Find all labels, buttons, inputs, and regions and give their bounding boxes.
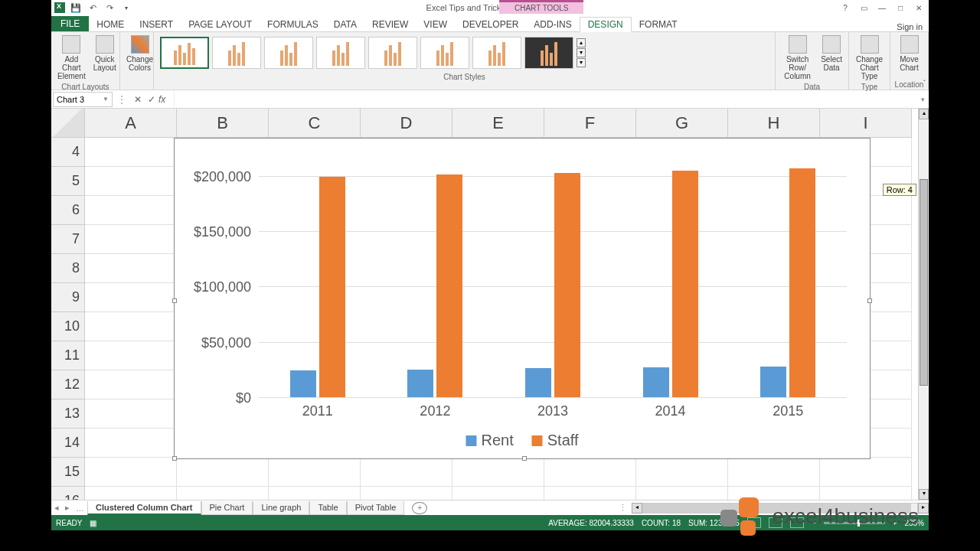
cell[interactable]: [177, 458, 269, 487]
chart-style-8[interactable]: [524, 37, 573, 69]
cell[interactable]: [820, 458, 912, 487]
row-header[interactable]: 13: [51, 399, 85, 429]
row-header[interactable]: 6: [51, 196, 85, 225]
vertical-scrollbar[interactable]: ▴ ▾: [918, 109, 929, 500]
chart-style-1[interactable]: [160, 37, 209, 69]
bar-group[interactable]: 2013: [525, 154, 580, 397]
move-chart-button[interactable]: Move Chart: [893, 34, 925, 80]
bar-group[interactable]: 2012: [407, 154, 462, 397]
styles-scroll-up[interactable]: ▴: [577, 38, 586, 47]
cell[interactable]: [85, 254, 177, 283]
minimize-icon[interactable]: —: [875, 2, 889, 14]
bar-rent[interactable]: [525, 368, 551, 397]
cell[interactable]: [728, 458, 820, 487]
bar-rent[interactable]: [760, 367, 786, 397]
row-header[interactable]: 16: [51, 487, 85, 500]
sheet-nav-next[interactable]: ▸: [62, 503, 73, 513]
cancel-formula-icon[interactable]: ✕: [131, 94, 145, 105]
cell[interactable]: [544, 487, 636, 500]
cell[interactable]: [452, 487, 544, 500]
resize-handle[interactable]: [522, 456, 527, 461]
save-icon[interactable]: 💾: [70, 2, 82, 14]
chart-legend[interactable]: Rent Staff: [466, 432, 578, 449]
tab-page-layout[interactable]: PAGE LAYOUT: [181, 18, 260, 31]
tab-format[interactable]: FORMAT: [632, 18, 685, 31]
chart-style-3[interactable]: [264, 37, 313, 69]
row-header[interactable]: 8: [51, 254, 85, 283]
row-header[interactable]: 14: [51, 429, 85, 458]
column-header[interactable]: H: [728, 109, 820, 138]
bar-rent[interactable]: [290, 370, 316, 397]
bar-staff[interactable]: [789, 168, 815, 397]
column-header[interactable]: E: [452, 109, 544, 138]
embedded-chart[interactable]: $0$50,000$100,000$150,000$200,0002011201…: [174, 138, 871, 459]
cell[interactable]: [636, 487, 728, 500]
bar-rent[interactable]: [407, 370, 433, 397]
tab-formulas[interactable]: FORMULAS: [260, 18, 326, 31]
styles-scroll-down[interactable]: ▾: [577, 48, 586, 57]
sheet-tab[interactable]: Table: [309, 501, 346, 515]
cell[interactable]: [85, 429, 177, 458]
bar-rent[interactable]: [643, 367, 669, 397]
row-header[interactable]: 4: [51, 138, 85, 167]
scroll-up-icon[interactable]: ▴: [919, 109, 929, 119]
cell[interactable]: [177, 487, 269, 500]
cell[interactable]: [85, 341, 177, 370]
bar-group[interactable]: 2011: [290, 154, 345, 397]
help-icon[interactable]: ?: [838, 2, 852, 14]
bar-staff[interactable]: [319, 177, 345, 397]
resize-handle[interactable]: [172, 298, 177, 303]
row-header[interactable]: 7: [51, 225, 85, 254]
sheet-tab[interactable]: Line graph: [253, 501, 309, 515]
add-chart-element-button[interactable]: Add Chart Element: [54, 34, 89, 82]
change-colors-button[interactable]: Change Colors: [123, 34, 156, 88]
tab-file[interactable]: FILE: [51, 16, 89, 31]
cell[interactable]: [85, 458, 177, 487]
signin-link[interactable]: Sign in: [897, 22, 929, 31]
plot-area[interactable]: $0$50,000$100,000$150,000$200,0002011201…: [259, 154, 847, 397]
cell[interactable]: [85, 370, 177, 399]
row-header[interactable]: 11: [51, 341, 85, 370]
ribbon-options-icon[interactable]: ▭: [857, 2, 871, 14]
expand-formula-icon[interactable]: ▾: [916, 96, 929, 103]
tab-addins[interactable]: ADD-INS: [526, 18, 579, 31]
enter-formula-icon[interactable]: ✓: [145, 94, 158, 105]
quick-layout-button[interactable]: Quick Layout: [90, 34, 119, 82]
cell[interactable]: [85, 399, 177, 429]
bar-staff[interactable]: [554, 173, 580, 397]
column-header[interactable]: D: [361, 109, 452, 138]
row-header[interactable]: 12: [51, 370, 85, 399]
tab-review[interactable]: REVIEW: [364, 18, 416, 31]
maximize-icon[interactable]: □: [893, 2, 907, 14]
change-chart-type-button[interactable]: Change Chart Type: [852, 34, 887, 82]
select-all-corner[interactable]: [51, 109, 85, 138]
column-header[interactable]: C: [269, 109, 361, 138]
switch-row-column-button[interactable]: Switch Row/ Column: [779, 34, 816, 82]
tab-developer[interactable]: DEVELOPER: [455, 18, 526, 31]
row-header[interactable]: 5: [51, 167, 85, 196]
sheet-tab[interactable]: Pivot Table: [347, 501, 405, 515]
sheet-tab[interactable]: Clustered Column Chart: [87, 501, 201, 515]
fx-icon[interactable]: fx: [158, 94, 174, 105]
resize-handle[interactable]: [867, 298, 872, 303]
tab-design[interactable]: DESIGN: [580, 17, 632, 32]
cell[interactable]: [85, 196, 177, 225]
tab-view[interactable]: VIEW: [416, 18, 455, 31]
hscroll-right[interactable]: ▸: [918, 503, 929, 514]
cell[interactable]: [85, 138, 177, 167]
undo-icon[interactable]: ↶: [87, 2, 99, 14]
close-icon[interactable]: ✕: [912, 2, 926, 14]
cell[interactable]: [85, 167, 177, 196]
formula-input[interactable]: [174, 90, 916, 108]
tab-home[interactable]: HOME: [89, 18, 132, 31]
sheet-nav-prev[interactable]: ◂: [51, 503, 62, 513]
row-header[interactable]: 10: [51, 312, 85, 341]
cell[interactable]: [361, 487, 452, 500]
row-header[interactable]: 15: [51, 458, 85, 487]
cell[interactable]: [85, 312, 177, 341]
add-sheet-button[interactable]: +: [412, 502, 427, 514]
chart-style-6[interactable]: [420, 37, 469, 69]
bar-group[interactable]: 2015: [760, 154, 815, 397]
qat-customize-icon[interactable]: ▾: [120, 2, 132, 14]
column-header[interactable]: A: [85, 109, 177, 138]
